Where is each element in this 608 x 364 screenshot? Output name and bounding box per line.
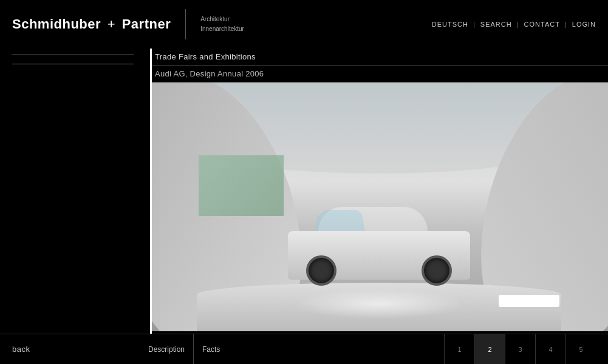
logo-brand: Schmidhuber [12,16,101,32]
pagination: 12345 [444,334,608,365]
vertical-bar [150,49,152,334]
tab-description[interactable]: Description [140,334,194,364]
nav-sep-3: | [565,21,567,28]
logo-subtitle: Architektur Innenarchitektur [200,15,244,34]
project-title: Trade Fairs and Exhibitions [155,52,256,61]
nav-deutsch[interactable]: DEUTSCH [432,21,468,28]
nav-search[interactable]: SEARCH [480,21,512,28]
logo-plus: + [103,16,120,32]
car [282,216,476,295]
showroom-bg [150,83,608,331]
back-button[interactable]: back [0,345,140,354]
header: Schmidhuber + Partner Architektur Innena… [0,0,608,49]
logo-area: Schmidhuber + Partner Architektur Innena… [12,9,244,39]
nav-contact[interactable]: CONTACT [524,21,560,28]
sidebar-line-1 [12,55,134,55]
project-subtitle: Audi AG, Design Annual 2006 [155,69,264,78]
nav-links: DEUTSCH | SEARCH | CONTACT | LOGIN [432,21,596,28]
sidebar-lines [12,55,146,73]
wall-projection [199,155,284,216]
title-bar: Trade Fairs and Exhibitions [150,49,608,66]
page-num-3[interactable]: 3 [505,334,535,365]
logo-divider [185,9,186,39]
page-num-5[interactable]: 5 [565,334,596,365]
subtitle-bar: Audi AG, Design Annual 2006 [150,66,608,83]
car-wheel-right [422,255,452,286]
logo-partner: Partner [122,16,171,32]
nav-sep-2: | [517,21,519,28]
tab-facts[interactable]: Facts [194,334,228,364]
page-num-2[interactable]: 2 [474,334,505,365]
nav-login[interactable]: LOGIN [572,21,596,28]
main-content: Trade Fairs and Exhibitions Audi AG, Des… [150,49,608,334]
footer: back Description Facts 12345 [0,334,608,364]
sidebar-line-2 [12,64,134,64]
image-area [150,83,608,331]
page-num-1[interactable]: 1 [444,334,474,365]
page-num-4[interactable]: 4 [535,334,565,365]
car-wheel-left [306,255,336,286]
showroom-bench [499,295,559,307]
nav-sep-1: | [473,21,476,28]
logo-text: Schmidhuber + Partner [12,16,171,32]
